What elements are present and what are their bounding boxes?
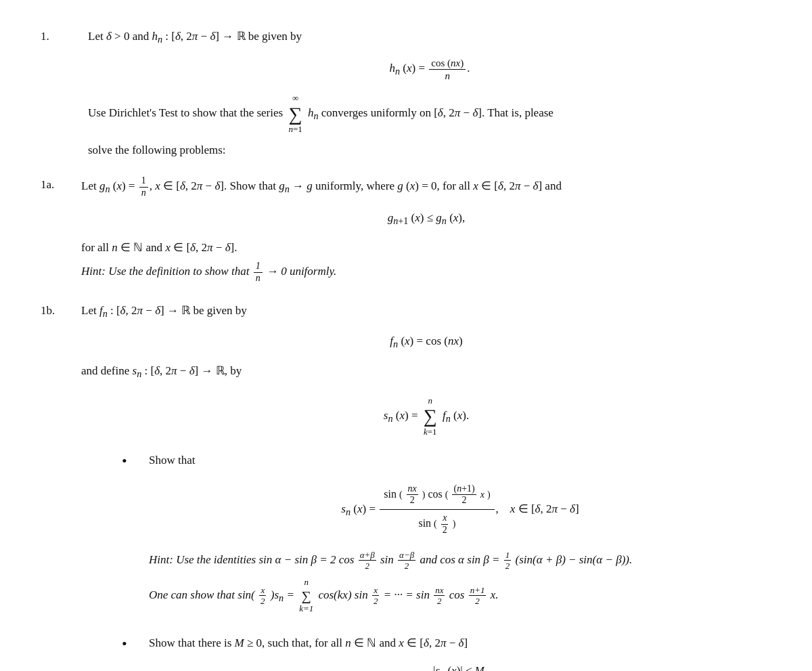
sub-1b-formula: fn (x) = cos (nx) [81, 332, 771, 352]
bullet1-hint1: Hint: Use the identities sin α − sin β =… [149, 550, 771, 571]
sub-1b-label: 1b. [41, 301, 68, 671]
sub-1a-ineq: gn+1 (x) ≤ gn (x), [81, 209, 771, 229]
problem-intro: Let δ > 0 and hn : [δ, 2π − δ] → ℝ be gi… [88, 27, 771, 163]
bullet2-show: Show that there is M ≥ 0, such that, for… [149, 634, 771, 652]
bullet-text-1: Show that sn (x) = sin ( nx 2 [149, 451, 771, 620]
page: 1. Let δ > 0 and hn : [δ, 2π − δ] → ℝ be… [41, 27, 771, 671]
bullet1-hint2: One can show that sin( x 2 )sn = n ∑ k=1 [149, 576, 771, 616]
sub-1a-forall: for all n ∈ ℕ and x ∈ [δ, 2π − δ]. [81, 238, 771, 257]
sub-1a-content: Let gn (x) = 1 n , x ∈ [δ, 2π − δ]. Show… [81, 175, 771, 288]
sum-symbol: ∑ [289, 106, 302, 123]
problem-number: 1. [41, 27, 61, 163]
bullet1-formula: sn (x) = sin ( nx 2 ) [149, 481, 771, 539]
sum-bottom: n=1 [288, 123, 302, 137]
bullet-item-2: • Show that there is M ≥ 0, such that, f… [122, 634, 771, 671]
bullet1-show: Show that [149, 451, 771, 469]
sub-1b-sn-formula: sn (x) = n ∑ k=1 fn (x). [81, 394, 771, 439]
formula-hn: hn (x) = cos (nx) n . [88, 57, 771, 82]
sub-1b-content: Let fn : [δ, 2π − δ] → ℝ be given by fn … [81, 301, 771, 671]
intro-text: Let δ > 0 and hn : [δ, 2π − δ] → ℝ be gi… [88, 27, 771, 47]
bullet-item-1: • Show that sn (x) = sin ( nx [122, 451, 771, 620]
problem-1-header: 1. Let δ > 0 and hn : [δ, 2π − δ] → ℝ be… [41, 27, 771, 163]
sub-1a-text: Let gn (x) = 1 n , x ∈ [δ, 2π − δ]. Show… [81, 175, 771, 199]
bullet-text-2: Show that there is M ≥ 0, such that, for… [149, 634, 771, 671]
bullet-dot-2: • [122, 634, 135, 655]
bullet-dot-1: • [122, 451, 135, 472]
sub-1b-text: Let fn : [δ, 2π − δ] → ℝ be given by [81, 301, 771, 322]
bullet2-formula: |sn (x)| ≤ M. [149, 662, 771, 671]
dirichlet-solve: solve the following problems: [88, 141, 771, 159]
sub-1b-define: and define sn : [δ, 2π − δ] → ℝ, by [81, 362, 771, 382]
sub-problem-1a: 1a. Let gn (x) = 1 n , x ∈ [δ, 2π − δ]. … [41, 175, 771, 288]
dirichlet-intro: Use Dirichlet's Test to show that the se… [88, 91, 771, 137]
sub-problem-1b: 1b. Let fn : [δ, 2π − δ] → ℝ be given by… [41, 301, 771, 671]
sub-1a-hint: Hint: Use the definition to show that 1 … [81, 261, 771, 284]
sub-1a-label: 1a. [41, 175, 68, 288]
bullet-section-1: • Show that sn (x) = sin ( nx [122, 451, 771, 671]
